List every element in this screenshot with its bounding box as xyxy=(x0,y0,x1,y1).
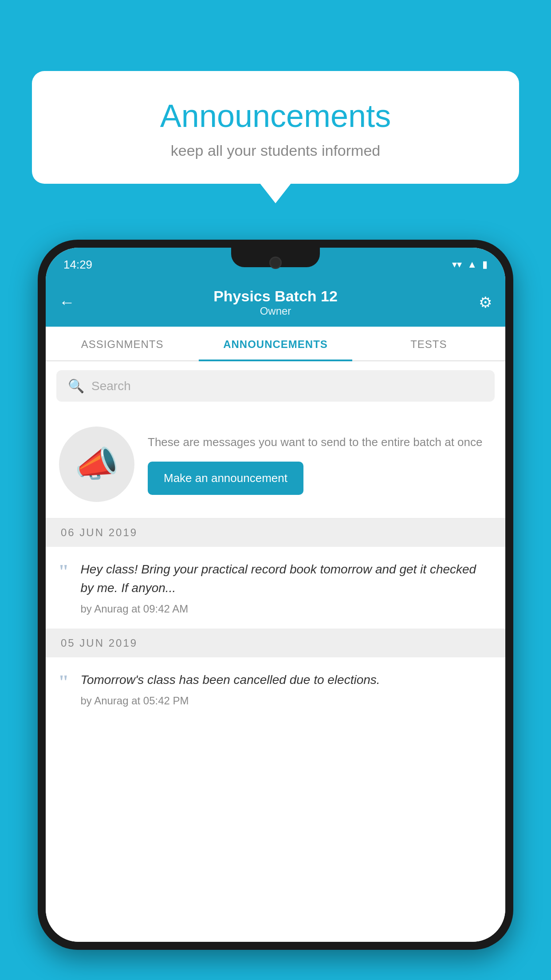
prompt-right: These are messages you want to send to t… xyxy=(148,434,492,495)
search-icon: 🔍 xyxy=(68,378,84,394)
phone-notch xyxy=(231,248,320,267)
speech-bubble: Announcements keep all your students inf… xyxy=(32,71,519,184)
bubble-title: Announcements xyxy=(59,98,492,134)
content-area: 🔍 Search 📣 These are messages you want t… xyxy=(46,361,505,942)
app-header: ← Physics Batch 12 Owner ⚙ xyxy=(46,278,505,327)
phone-container: 14:29 ▾▾ ▲ ▮ ← Physics Batch 12 Owner ⚙ xyxy=(38,240,513,980)
phone-screen: 14:29 ▾▾ ▲ ▮ ← Physics Batch 12 Owner ⚙ xyxy=(46,248,505,942)
megaphone-circle: 📣 xyxy=(59,427,134,502)
back-button[interactable]: ← xyxy=(59,293,86,312)
tab-tests[interactable]: TESTS xyxy=(352,327,505,360)
tab-assignments[interactable]: ASSIGNMENTS xyxy=(46,327,199,360)
announcement-text-1: Hey class! Bring your practical record b… xyxy=(80,560,492,615)
search-placeholder: Search xyxy=(91,379,131,393)
tab-announcements[interactable]: ANNOUNCEMENTS xyxy=(199,327,352,360)
make-announcement-button[interactable]: Make an announcement xyxy=(148,462,303,495)
phone-outer: 14:29 ▾▾ ▲ ▮ ← Physics Batch 12 Owner ⚙ xyxy=(38,240,513,950)
announcement-prompt: 📣 These are messages you want to send to… xyxy=(46,411,505,518)
quote-icon-1: " xyxy=(58,562,69,581)
announcement-body-1: Hey class! Bring your practical record b… xyxy=(80,560,492,597)
date-separator-2: 05 JUN 2019 xyxy=(46,629,505,657)
megaphone-icon: 📣 xyxy=(75,443,119,485)
bubble-subtitle: keep all your students informed xyxy=(59,142,492,159)
date-separator-1: 06 JUN 2019 xyxy=(46,518,505,547)
prompt-description: These are messages you want to send to t… xyxy=(148,434,492,451)
announcement-text-2: Tomorrow's class has been cancelled due … xyxy=(80,671,492,707)
status-time: 14:29 xyxy=(63,258,92,272)
search-bar[interactable]: 🔍 Search xyxy=(56,370,495,402)
header-subtitle: Owner xyxy=(86,305,465,317)
status-icons: ▾▾ ▲ ▮ xyxy=(452,259,488,270)
settings-button[interactable]: ⚙ xyxy=(465,293,492,311)
announcement-meta-1: by Anurag at 09:42 AM xyxy=(80,603,492,615)
quote-icon-2: " xyxy=(58,672,69,692)
header-title-area: Physics Batch 12 Owner xyxy=(86,288,465,317)
speech-bubble-section: Announcements keep all your students inf… xyxy=(32,71,519,184)
announcement-item-2: " Tomorrow's class has been cancelled du… xyxy=(46,657,505,720)
announcement-item-1: " Hey class! Bring your practical record… xyxy=(46,547,505,629)
battery-icon: ▮ xyxy=(482,259,488,270)
announcement-meta-2: by Anurag at 05:42 PM xyxy=(80,695,492,707)
search-container: 🔍 Search xyxy=(46,361,505,411)
announcement-body-2: Tomorrow's class has been cancelled due … xyxy=(80,671,492,689)
tabs-container: ASSIGNMENTS ANNOUNCEMENTS TESTS xyxy=(46,327,505,361)
header-title: Physics Batch 12 xyxy=(86,288,465,305)
wifi-icon: ▾▾ xyxy=(452,259,462,270)
signal-icon: ▲ xyxy=(467,259,477,270)
phone-camera xyxy=(269,257,282,269)
